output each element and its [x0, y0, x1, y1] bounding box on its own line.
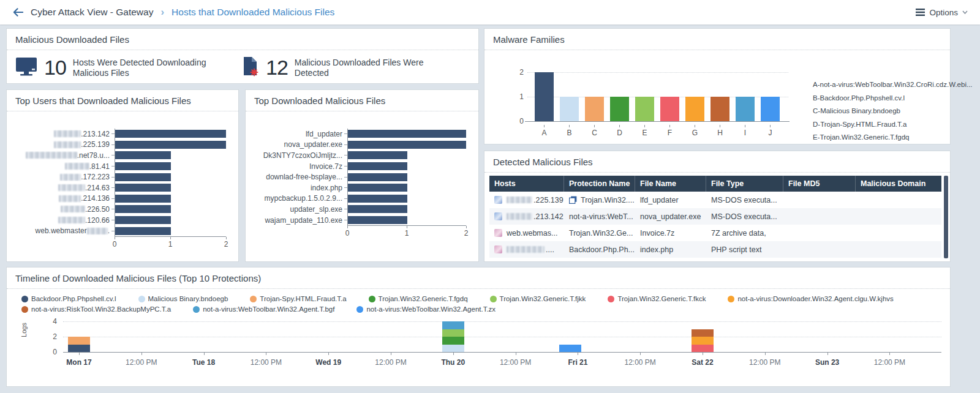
table-row[interactable]: web.webmas...Trojan.Win32.Ge...Invoice.7…: [489, 225, 941, 241]
column-header[interactable]: Protection Name: [564, 176, 635, 192]
label-text: A: [541, 129, 546, 137]
bar[interactable]: [115, 130, 226, 138]
cell-file-name: index.php: [635, 245, 706, 254]
cell-protection: not-a-virus:WebT...: [564, 212, 635, 221]
bar[interactable]: [115, 162, 171, 170]
bar-track: [115, 225, 226, 236]
legend-item[interactable]: Backdoor.Php.Phpshell.cv.l: [21, 295, 116, 302]
stacked-bar[interactable]: [68, 337, 90, 352]
bar[interactable]: [348, 184, 407, 192]
bar-F[interactable]: [660, 97, 679, 121]
stat-files-detected: 12 Malicious Downloaded Files Were Detec…: [243, 56, 470, 80]
legend-item[interactable]: not-a-virus:WebToolbar.Win32.Agent.T.zx: [356, 305, 496, 313]
x-tick: [770, 125, 771, 127]
bar-D[interactable]: [610, 97, 629, 121]
bar[interactable]: [348, 141, 466, 149]
legend-label: Backdoor.Php.Phpshell.cv.l: [31, 295, 116, 302]
options-button[interactable]: Options: [916, 8, 968, 17]
bar-label: .172.223: [12, 173, 110, 181]
host-text: web.webmas...: [507, 229, 557, 238]
column-header[interactable]: File Type: [706, 176, 783, 192]
x-tick-label: A: [535, 125, 554, 137]
x-tick-label: 12:00 PM: [375, 358, 406, 367]
host-icon: [494, 212, 502, 220]
x-tick: [466, 226, 467, 228]
stacked-bar[interactable]: [442, 321, 464, 352]
legend-dot: [138, 296, 145, 302]
bar-row: .213.142: [12, 129, 226, 140]
bar[interactable]: [115, 227, 171, 235]
bar-I[interactable]: [736, 97, 755, 121]
x-tick-label: Tue 18: [192, 358, 215, 367]
bar[interactable]: [115, 141, 226, 149]
bar-J[interactable]: [761, 97, 780, 121]
stacked-bar[interactable]: [559, 345, 581, 353]
x-tick-label: D: [610, 125, 629, 137]
legend-item[interactable]: not-a-virus:WebToolbar.Win32.Agent.T.bgf: [193, 305, 334, 313]
legend-item[interactable]: not-a-virus:Downloader.Win32.Agent.clgu.…: [728, 295, 893, 302]
column-header[interactable]: Malicious Domain: [856, 176, 941, 192]
timeline-legend: Backdoor.Php.Phpshell.cv.lMalicious Bina…: [7, 289, 950, 313]
panel-detected-malicious-files: Detected Malicious Files HostsProtection…: [484, 151, 951, 262]
label-text: .172.223: [81, 173, 110, 181]
legend-row: not-a-virus:RiskTool.Win32.BackupMyPC.T.…: [21, 305, 950, 313]
legend-dot: [490, 296, 497, 302]
label-text: mypcbackup.1.5.0.2.9...: [265, 194, 342, 203]
bar-label: index.php: [251, 184, 342, 192]
bar[interactable]: [115, 184, 171, 192]
bar[interactable]: [348, 151, 407, 159]
x-tick: [720, 125, 720, 127]
legend-item[interactable]: Trojan.Win32.Generic.T.fgdq: [369, 295, 468, 302]
x-tick: [115, 237, 115, 239]
table-row[interactable]: ....Backdoor.Php.Ph...index.phpPHP scrip…: [489, 241, 941, 258]
column-header[interactable]: Hosts: [489, 176, 564, 192]
detected-files-table: HostsProtection NameFile NameFile TypeFi…: [489, 176, 941, 258]
bar-B[interactable]: [560, 97, 579, 121]
column-header[interactable]: File MD5: [783, 176, 856, 192]
bar-H[interactable]: [710, 97, 729, 121]
bar-A[interactable]: [535, 72, 554, 121]
bar-track: [115, 171, 226, 182]
bar[interactable]: [348, 195, 407, 203]
x-tick: [640, 352, 641, 355]
stacked-bar[interactable]: [692, 329, 714, 353]
bar[interactable]: [348, 173, 407, 181]
bar[interactable]: [115, 216, 171, 224]
table-row[interactable]: .213.142not-a-virus:WebT...nova_updater.…: [489, 208, 941, 225]
legend-item[interactable]: Malicious Binary.bndoegb: [138, 295, 228, 302]
bar[interactable]: [348, 205, 407, 213]
table-scrollbar[interactable]: [944, 176, 948, 258]
x-tick: [578, 352, 578, 355]
bar-C[interactable]: [585, 97, 604, 121]
legend-item[interactable]: not-a-virus:RiskTool.Win32.BackupMyPC.T.…: [21, 305, 171, 313]
legend-item[interactable]: Trojan.Win32.Generic.T.fjkk: [490, 295, 586, 302]
bar-segment: [442, 321, 464, 329]
bar-label: mypcbackup.1.5.0.2.9...: [251, 194, 342, 203]
bar-label: nova_updater.exe: [251, 140, 342, 149]
bar[interactable]: [115, 205, 171, 213]
bar[interactable]: [348, 162, 407, 170]
bar[interactable]: [115, 173, 171, 181]
back-button[interactable]: [12, 7, 24, 17]
bar-track: [115, 204, 226, 215]
bar[interactable]: [115, 151, 171, 159]
bar-E[interactable]: [635, 97, 654, 121]
stat-value: 12: [266, 56, 288, 79]
legend-item[interactable]: Trojan-Spy.HTML.Fraud.T.a: [250, 295, 346, 302]
legend-label: not-a-virus:RiskTool.Win32.BackupMyPC.T.…: [31, 305, 171, 313]
column-header[interactable]: File Name: [635, 176, 706, 192]
table-row[interactable]: .225.139Trojan.Win32....lfd_updaterMS-DO…: [489, 192, 941, 208]
panel-title: Top Downloaded Malicious Files: [246, 90, 478, 111]
x-tick: [79, 352, 80, 355]
bar[interactable]: [348, 130, 466, 138]
bar-track: [115, 182, 226, 193]
bar[interactable]: [348, 216, 407, 224]
x-tick: [669, 125, 670, 127]
legend-dot: [369, 296, 375, 302]
label-text: E: [642, 129, 647, 137]
bar-G[interactable]: [685, 97, 704, 121]
bar[interactable]: [115, 195, 171, 203]
legend-item[interactable]: Trojan.Win32.Generic.T.fkck: [608, 295, 706, 302]
host-icon: [494, 229, 502, 237]
breadcrumb-root[interactable]: Cyber Attack View - Gateway: [31, 7, 153, 18]
